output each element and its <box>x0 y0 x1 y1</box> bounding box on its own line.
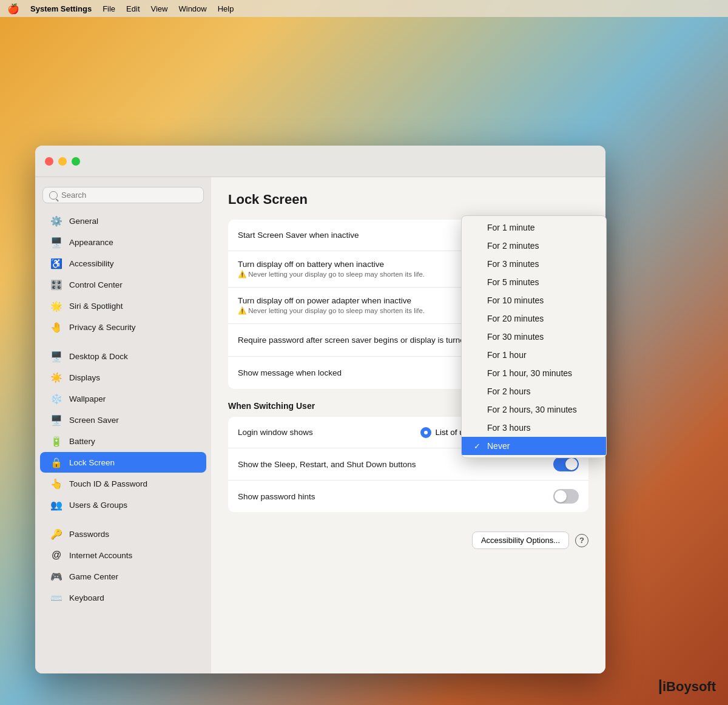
sidebar-item-battery[interactable]: 🔋 Battery <box>40 431 206 451</box>
keyboard-icon: ⌨️ <box>50 591 63 604</box>
sidebar-item-accessibility[interactable]: ♿ Accessibility <box>40 253 206 274</box>
displays-icon: ☀️ <box>50 371 63 384</box>
sidebar-item-screen-saver[interactable]: 🖥️ Screen Saver <box>40 410 206 430</box>
users-groups-icon: 👥 <box>50 498 63 511</box>
sidebar-item-keyboard[interactable]: ⌨️ Keyboard <box>40 587 206 608</box>
sidebar-item-appearance[interactable]: 🖥️ Appearance <box>40 232 206 252</box>
sidebar-label-control-center: Control Center <box>69 280 123 289</box>
dropdown-item-never[interactable]: ✓ Never <box>462 437 606 455</box>
sidebar-item-internet-accounts[interactable]: @ Internet Accounts <box>40 545 206 565</box>
appearance-icon: 🖥️ <box>50 235 63 249</box>
sidebar-label-general: General <box>69 217 98 226</box>
dropdown-item-3min[interactable]: For 3 minutes <box>462 255 606 273</box>
sleep-restart-toggle[interactable] <box>553 457 579 471</box>
sidebar-item-game-center[interactable]: 🎮 Game Center <box>40 566 206 587</box>
help-button[interactable]: ? <box>575 534 588 547</box>
dropdown-item-2min[interactable]: For 2 minutes <box>462 237 606 255</box>
general-icon: ⚙️ <box>50 214 63 228</box>
sidebar-label-lock-screen: Lock Screen <box>69 458 115 467</box>
password-hints-toggle[interactable] <box>553 489 579 504</box>
dropdown-item-1min[interactable]: For 1 minute <box>462 218 606 237</box>
sidebar-label-appearance: Appearance <box>69 238 113 247</box>
battery-inactive-label: Turn display off on battery when inactiv… <box>238 260 425 269</box>
control-center-icon: 🎛️ <box>50 278 63 291</box>
iboysoft-watermark: |iBoysoft <box>658 676 716 695</box>
sidebar-item-wallpaper[interactable]: ❄️ Wallpaper <box>40 388 206 409</box>
touch-id-icon: 👆 <box>50 477 63 490</box>
dropdown-item-5min[interactable]: For 5 minutes <box>462 273 606 291</box>
battery-icon: 🔋 <box>50 434 63 448</box>
passwords-icon: 🔑 <box>50 527 63 541</box>
menu-bar: 🍎 System Settings File Edit View Window … <box>0 0 728 17</box>
sidebar-label-wallpaper: Wallpaper <box>69 394 106 403</box>
page-title: Lock Screen <box>228 192 588 207</box>
dropdown-item-10min[interactable]: For 10 minutes <box>462 291 606 309</box>
power-adapter-warning: ⚠️ Never letting your display go to slee… <box>238 306 425 315</box>
sidebar-label-game-center: Game Center <box>69 572 118 581</box>
sidebar-label-battery: Battery <box>69 437 95 446</box>
sidebar-item-passwords[interactable]: 🔑 Passwords <box>40 524 206 544</box>
sidebar-label-internet-accounts: Internet Accounts <box>69 551 132 560</box>
minimize-button[interactable] <box>58 157 67 166</box>
sidebar-item-touch-id[interactable]: 👆 Touch ID & Password <box>40 473 206 494</box>
dropdown-item-20min[interactable]: For 20 minutes <box>462 309 606 328</box>
desktop-dock-icon: 🖥️ <box>50 349 63 363</box>
sidebar-spacer-1 <box>35 338 211 345</box>
power-adapter-label: Turn display off on power adapter when i… <box>238 296 425 305</box>
internet-accounts-icon: @ <box>50 548 63 562</box>
sidebar-label-privacy: Privacy & Security <box>69 323 136 332</box>
menu-view[interactable]: View <box>151 4 168 13</box>
screen-saver-icon: 🖥️ <box>50 413 63 427</box>
dropdown-item-30min[interactable]: For 30 minutes <box>462 328 606 346</box>
toggle-knob-2 <box>565 458 578 470</box>
sidebar-label-screen-saver: Screen Saver <box>69 416 119 425</box>
dropdown-item-1hr30min[interactable]: For 1 hour, 30 minutes <box>462 364 606 382</box>
radio-circle-list <box>420 427 431 438</box>
accessibility-options-button[interactable]: Accessibility Options... <box>472 531 569 549</box>
menu-help[interactable]: Help <box>218 4 234 13</box>
cursor-icon: | <box>658 676 662 695</box>
apple-menu[interactable]: 🍎 <box>7 3 19 15</box>
privacy-icon: 🤚 <box>50 320 63 334</box>
accessibility-icon: ♿ <box>50 257 63 270</box>
duration-dropdown-menu: For 1 minute For 2 minutes For 3 minutes… <box>461 215 607 458</box>
sidebar-label-accessibility: Accessibility <box>69 259 114 268</box>
toggle-knob-3 <box>554 490 567 502</box>
login-window-label: Login window shows <box>238 428 420 437</box>
menu-edit[interactable]: Edit <box>126 4 140 13</box>
search-input[interactable] <box>61 191 197 200</box>
game-center-icon: 🎮 <box>50 570 63 583</box>
siri-icon: 🌟 <box>50 299 63 312</box>
maximize-button[interactable] <box>72 157 80 166</box>
menu-window[interactable]: Window <box>178 4 206 13</box>
sidebar-item-desktop-dock[interactable]: 🖥️ Desktop & Dock <box>40 346 206 366</box>
sidebar-item-privacy[interactable]: 🤚 Privacy & Security <box>40 317 206 337</box>
sidebar-label-siri: Siri & Spotlight <box>69 302 123 311</box>
sidebar-item-displays[interactable]: ☀️ Displays <box>40 367 206 388</box>
sidebar-label-keyboard: Keyboard <box>69 593 104 602</box>
lock-screen-icon: 🔒 <box>50 456 63 469</box>
dropdown-item-2hr[interactable]: For 2 hours <box>462 382 606 400</box>
sidebar-item-users-groups[interactable]: 👥 Users & Groups <box>40 494 206 515</box>
sidebar: ⚙️ General 🖥️ Appearance ♿ Accessibility… <box>35 177 211 673</box>
dropdown-item-3hr[interactable]: For 3 hours <box>462 419 606 437</box>
sidebar-spacer-2 <box>35 516 211 523</box>
sidebar-label-users-groups: Users & Groups <box>69 501 127 510</box>
sidebar-label-touch-id: Touch ID & Password <box>69 479 147 488</box>
sidebar-item-siri[interactable]: 🌟 Siri & Spotlight <box>40 295 206 316</box>
dropdown-item-2hr30min[interactable]: For 2 hours, 30 minutes <box>462 400 606 419</box>
sidebar-item-general[interactable]: ⚙️ General <box>40 211 206 231</box>
sidebar-item-lock-screen[interactable]: 🔒 Lock Screen <box>40 452 206 473</box>
menu-file[interactable]: File <box>103 4 115 13</box>
bottom-actions-row: Accessibility Options... ? <box>228 524 588 556</box>
password-hints-label: Show password hints <box>238 492 553 501</box>
password-hints-row: Show password hints <box>228 481 588 512</box>
close-button[interactable] <box>45 157 53 166</box>
sleep-restart-label: Show the Sleep, Restart, and Shut Down b… <box>238 460 553 469</box>
battery-inactive-warning: ⚠️ Never letting your display go to slee… <box>238 270 425 278</box>
sidebar-item-control-center[interactable]: 🎛️ Control Center <box>40 274 206 295</box>
power-adapter-label-group: Turn display off on power adapter when i… <box>238 296 425 315</box>
search-bar[interactable] <box>42 187 204 203</box>
title-bar <box>35 146 605 177</box>
dropdown-item-1hr[interactable]: For 1 hour <box>462 346 606 364</box>
